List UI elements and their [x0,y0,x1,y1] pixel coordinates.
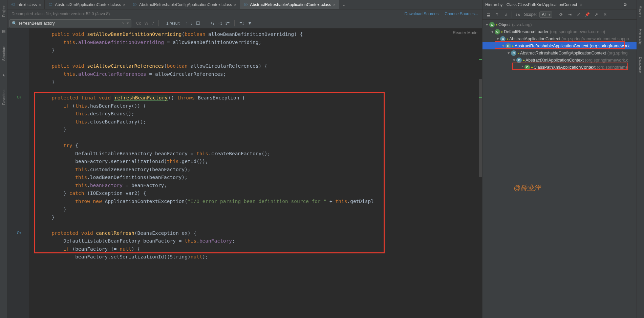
select-all-occurrences-icon[interactable]: ⟟≡ [226,21,230,26]
package-label: (java.lang) [512,22,532,27]
marker-icon [479,97,482,98]
close-icon[interactable]: × [39,3,41,7]
result-count: 1 result [166,21,179,26]
choose-sources-link[interactable]: Choose Sources... [445,12,478,16]
class-file-icon: Ⓒ [132,2,137,7]
pin-icon[interactable]: 📌 [584,12,591,17]
editor-tab-bar: Ⓒntext.class×ⒸAbstractXmlApplicationCont… [7,0,482,9]
next-match-icon[interactable]: ↓ [191,21,193,26]
close-icon[interactable]: × [123,3,125,7]
expand-icon[interactable] [517,65,522,70]
scope-select[interactable]: All [539,12,552,18]
tab-label: AbstractRefreshableConfigApplicationCont… [139,2,232,7]
expand-icon[interactable]: ▾ [501,43,506,48]
history-icon[interactable]: ▾ [127,21,129,26]
abstract-icon: ▸ [518,51,519,55]
close-icon[interactable]: × [333,3,335,7]
hierarchy-node[interactable]: ▾C▸AbstractXmlApplicationContext(org.spr… [482,56,637,64]
structure-icon[interactable]: ▤ [1,26,6,36]
expand-icon[interactable]: ▾ [495,36,500,41]
editor-tab[interactable]: ⒸAbstractRefreshableConfigApplicationCon… [129,0,240,9]
abstract-icon: ▸ [531,65,533,69]
download-sources-link[interactable]: Download Sources [405,12,439,16]
autoscroll-icon[interactable]: ⇥ [567,12,573,17]
class-icon: C [511,50,516,56]
class-icon: C [506,43,511,49]
hierarchy-node[interactable]: ▾C▸AbstractRefreshableApplicationContext… [482,42,637,49]
banner-text: Decompiled .class file, bytecode version… [12,12,110,16]
class-name: AbstractRefreshableApplicationContext [515,44,588,48]
close-icon[interactable]: × [580,2,582,7]
left-tool-gutter: Project ▤ Structure ★ Favorites [0,0,7,318]
prev-match-icon[interactable]: ↑ [185,21,187,26]
class-icon: C [489,22,495,27]
watermark: @砖业洋__ [514,183,549,192]
supertypes-icon[interactable]: Y [494,12,500,17]
class-hierarchy-icon[interactable]: ⬓ [485,12,491,17]
select-all-icon[interactable]: ☐ [196,21,200,26]
hierarchy-tree[interactable]: @砖业洋__ ▾C▸Object(java.lang)▾C▸DefaultRes… [482,20,637,318]
filter-icon[interactable]: ▼ [248,21,252,26]
hierarchy-node[interactable]: *C▸ClassPathXmlApplicationContext(org.sp… [482,64,637,71]
editor[interactable]: O↑ O↑ public void setAllowBeanDefinition… [7,28,482,318]
expand-icon[interactable]: ▾ [512,58,516,63]
find-input[interactable] [19,21,120,26]
clear-icon[interactable]: × [122,21,125,26]
hierarchy-node[interactable]: ▾C▸AbstractRefreshableConfigApplicationC… [482,49,637,56]
hierarchy-node[interactable]: ▾C▸Object(java.lang) [482,21,637,28]
find-input-wrap[interactable]: 🔍 × ▾ [9,19,131,27]
expand-icon[interactable]: ▾ [490,29,495,34]
class-name: AbstractXmlApplicationContext [525,58,584,63]
reader-mode-label[interactable]: Reader Mode [453,30,477,35]
search-icon: 🔍 [12,21,17,26]
editor-tab[interactable]: ⒸAbstractXmlApplicationContext.class× [45,0,129,9]
scope-label: Scope: [524,12,537,17]
tool-project[interactable]: Project [1,3,6,20]
minimize-icon[interactable]: — [630,2,634,7]
remove-selection-icon[interactable]: −⟟ [218,21,222,26]
class-file-icon: Ⓒ [11,2,16,7]
tab-overflow-icon[interactable]: ⌄ [339,0,348,9]
close-icon[interactable]: × [234,3,236,7]
decompiled-banner: Decompiled .class file, bytecode version… [7,9,482,18]
sort-icon[interactable]: ↓ᴀ [515,12,521,17]
abstract-icon: ▸ [496,23,498,26]
editor-tab[interactable]: ⒸAbstractRefreshableApplicationContext.c… [240,0,339,9]
code-area[interactable]: public void setAllowBeanDefinitionOverri… [29,28,482,318]
favorites-icon[interactable]: ★ [1,70,6,80]
filter-settings-icon[interactable]: ≡↕ [239,21,244,26]
editor-tab[interactable]: Ⓒntext.class× [7,0,45,9]
tool-favorites[interactable]: Favorites [1,87,6,108]
expand-icon[interactable]: ▾ [506,50,511,55]
tab-label: AbstractRefreshableApplicationContext.cl… [250,2,331,7]
abstract-icon: ▸ [501,30,503,33]
add-selection-icon[interactable]: +⟟ [210,21,214,26]
export-icon[interactable]: ↗ [593,12,599,17]
class-file-icon: Ⓒ [48,2,53,7]
class-icon: C [516,58,522,63]
editor-scrollbar[interactable] [479,79,482,177]
package-label: (org.springframework.context.suppo [561,37,629,41]
close-panel-icon[interactable]: ✕ [602,12,608,17]
words-icon[interactable]: W [145,21,148,26]
hierarchy-node[interactable]: ▾C▸DefaultResourceLoader(org.springframe… [482,28,637,35]
override-up-icon[interactable]: O↑ [17,95,22,100]
refresh-icon[interactable]: ⟳ [558,12,564,17]
class-name: AbstractRefreshableConfigApplicationCont… [520,51,606,55]
gear-icon[interactable]: ⚙ [623,2,627,7]
hierarchy-title-value: Class ClassPathXmlApplicationContext [507,2,577,7]
tab-label: AbstractXmlApplicationContext.class [55,2,121,7]
override-up-icon[interactable]: O↑ [17,231,22,236]
class-icon: C [524,65,530,70]
tool-maven[interactable]: Maven [638,3,643,19]
regex-icon[interactable]: .* [152,21,154,26]
hierarchy-node[interactable]: ▾C▸AbstractApplicationContext(org.spring… [482,35,637,42]
tool-hierarchy[interactable]: Hierarchy [638,26,643,47]
tool-structure[interactable]: Structure [1,43,6,64]
expand-icon[interactable]: ▾ [485,22,489,27]
subtypes-icon[interactable]: ⅄ [503,12,509,17]
match-case-icon[interactable]: Cc [136,21,141,26]
class-icon: C [495,29,500,35]
tool-database[interactable]: Database [638,54,643,75]
expand-all-icon[interactable]: ⤢ [576,12,582,17]
